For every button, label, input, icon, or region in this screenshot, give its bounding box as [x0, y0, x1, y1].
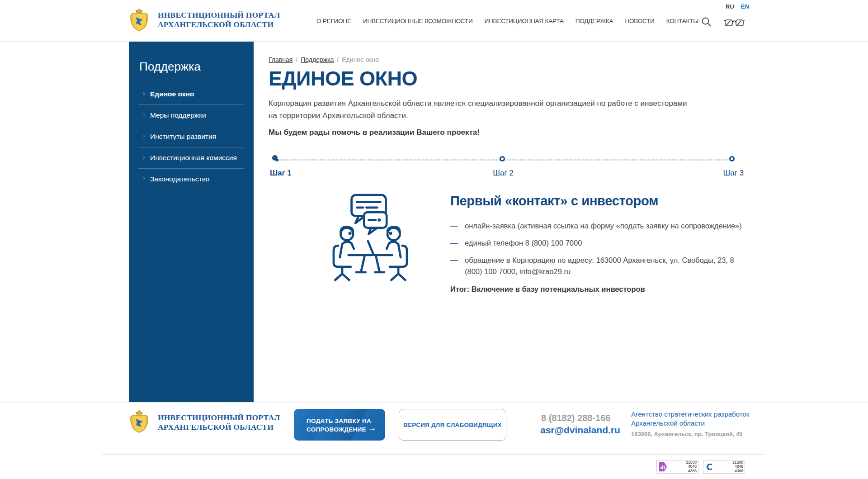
nav-item-region[interactable]: О РЕГИОНЕ	[316, 18, 351, 24]
sidebar-item-legislation[interactable]: › Законодательство	[138, 168, 244, 190]
footer-email-link[interactable]: asr@dvinaland.ru	[540, 425, 620, 436]
site-title: ИНВЕСТИЦИОННЫЙ ПОРТАЛ АРХАНГЕЛЬСКОЙ ОБЛА…	[158, 10, 280, 29]
step-dotted-line	[279, 159, 733, 161]
chevron-right-icon: ›	[143, 132, 145, 139]
intro-paragraph: Корпорация развития Архангельской област…	[269, 97, 696, 122]
lead-paragraph: Мы будем рады помочь в реализации Вашего…	[269, 128, 480, 137]
nav-item-map[interactable]: ИНВЕСТИЦИОННАЯ КАРТА	[485, 18, 564, 24]
sidebar-title: Поддержка	[129, 42, 254, 74]
coat-of-arms-icon	[130, 8, 149, 32]
footer-phone: 8 (8182) 288-166	[541, 413, 610, 423]
sputnik-icon: C	[704, 462, 714, 472]
breadcrumb-section-link[interactable]: Поддержка	[301, 56, 334, 63]
nav-item-support[interactable]: ПОДДЕРЖКА	[576, 18, 613, 24]
visually-impaired-version-button[interactable]: ВЕРСИЯ ДЛЯ СЛАБОВИДЯЩИХ	[399, 409, 506, 441]
lang-en[interactable]: EN	[741, 3, 749, 10]
nav-item-contacts[interactable]: КОНТАКТЫ	[666, 18, 698, 24]
bullet-item: — обращение в Корпорацию по адресу: 1630…	[450, 255, 744, 277]
step-content: Первый «контакт» с инвестором — онлайн-з…	[450, 194, 744, 294]
main-nav: О РЕГИОНЕ ИНВЕСТИЦИОННЫЕ ВОЗМОЖНОСТИ ИНВ…	[316, 0, 698, 42]
page-title: ЕДИНОЕ ОКНО	[269, 67, 417, 90]
coat-of-arms-icon	[130, 410, 149, 435]
language-switcher: RU EN	[726, 3, 749, 10]
sidebar-item-single-window[interactable]: › Единое окно	[138, 84, 244, 104]
result-line: Итог: Включение в базу потенциальных инв…	[450, 285, 744, 294]
site-logo[interactable]: ИНВЕСТИЦИОННЫЙ ПОРТАЛ АРХАНГЕЛЬСКОЙ ОБЛА…	[130, 8, 280, 32]
sidebar-item-investment-commission[interactable]: › Инвестиционная комиссия	[138, 147, 244, 168]
breadcrumb-current: Единое окно	[342, 56, 379, 63]
agency-link[interactable]: Агентство стратегических разработок Арха…	[631, 410, 749, 428]
visit-counter-liveinternet[interactable]: 21500 4848 4386	[656, 460, 698, 474]
sidebar-menu: › Единое окно › Меры поддержки › Институ…	[129, 84, 254, 190]
bullet-item: — онлайн-заявка (активная ссылка на форм…	[450, 220, 744, 232]
dash-marker: —	[450, 255, 458, 266]
page: ИНВЕСТИЦИОННЫЙ ПОРТАЛ АРХАНГЕЛЬСКОЙ ОБЛА…	[0, 0, 868, 479]
dash-marker: —	[450, 237, 458, 249]
sidebar-item-support-measures[interactable]: › Меры поддержки	[138, 104, 244, 126]
meeting-illustration	[327, 193, 413, 285]
footer-divider	[102, 454, 766, 455]
lang-ru[interactable]: RU	[726, 3, 734, 10]
bullet-list: — онлайн-заявка (активная ссылка на форм…	[450, 220, 744, 277]
nav-item-opportunities[interactable]: ИНВЕСТИЦИОННЫЕ ВОЗМОЖНОСТИ	[363, 18, 473, 24]
step-3-label[interactable]: Шаг 3	[723, 169, 744, 178]
breadcrumb-separator: /	[296, 56, 297, 63]
dash-marker: —	[450, 220, 458, 232]
apply-for-support-button[interactable]: ПОДАТЬ ЗАЯВКУ НА СОПРОВОЖДЕНИЕ →	[294, 409, 385, 441]
bullet-item: — единый телефон 8 (800) 100 7000	[450, 237, 744, 249]
step-2-label[interactable]: Шаг 2	[493, 169, 513, 178]
sidebar-support: Поддержка › Единое окно › Меры поддержки…	[129, 42, 254, 402]
footer-site-title: ИНВЕСТИЦИОННЫЙ ПОРТАЛ АРХАНГЕЛЬСКОЙ ОБЛА…	[158, 413, 280, 432]
footer-address: 163000, Архангельск, пр. Троицкий, 45	[631, 431, 742, 437]
header: ИНВЕСТИЦИОННЫЙ ПОРТАЛ АРХАНГЕЛЬСКОЙ ОБЛА…	[0, 0, 868, 42]
breadcrumb-separator: /	[337, 56, 339, 63]
step-1-marker-active	[272, 155, 278, 161]
step-3-marker[interactable]	[729, 156, 735, 161]
arrow-right-icon: →	[368, 423, 376, 433]
breadcrumb: Главная/Поддержка/Единое окно	[269, 56, 379, 63]
chevron-right-icon: ›	[143, 175, 145, 182]
footer: ИНВЕСТИЦИОННЫЙ ПОРТАЛ АРХАНГЕЛЬСКОЙ ОБЛА…	[0, 402, 868, 479]
liveinternet-icon	[658, 461, 668, 472]
step-1-label: Шаг 1	[270, 169, 292, 178]
visit-counter-sputnik[interactable]: C 21500 4848 4386	[703, 460, 745, 474]
section-heading: Первый «контакт» с инвестором	[450, 194, 744, 209]
step-2-marker[interactable]	[500, 156, 505, 161]
chevron-right-icon: ›	[143, 111, 145, 118]
chevron-right-icon: ›	[143, 90, 145, 97]
footer-logo[interactable]: ИНВЕСТИЦИОННЫЙ ПОРТАЛ АРХАНГЕЛЬСКОЙ ОБЛА…	[130, 410, 280, 435]
sidebar-item-development-institutes[interactable]: › Институты развития	[138, 126, 244, 147]
breadcrumb-home-link[interactable]: Главная	[269, 56, 292, 63]
search-icon[interactable]	[701, 17, 712, 27]
accessibility-glasses-icon[interactable]	[724, 19, 745, 28]
chevron-right-icon: ›	[143, 153, 145, 161]
step-progress: Шаг 1 Шаг 2 Шаг 3	[269, 156, 744, 179]
nav-item-news[interactable]: НОВОСТИ	[625, 18, 654, 24]
